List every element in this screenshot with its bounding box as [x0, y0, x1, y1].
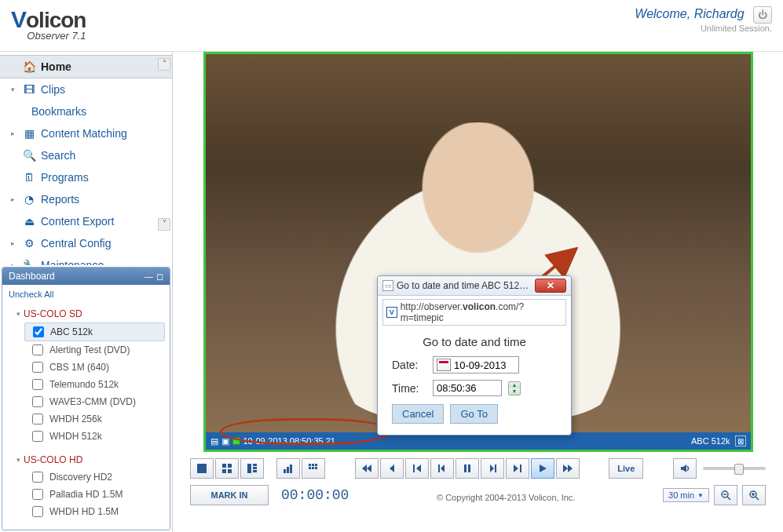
live-button[interactable]: Live [609, 458, 643, 479]
spinner-up[interactable]: ▲ [509, 382, 520, 388]
date-input[interactable] [454, 359, 515, 371]
panel-restore-icon[interactable]: ◻ [156, 271, 163, 282]
channel-checkbox[interactable] [32, 414, 43, 425]
svg-rect-1 [222, 464, 226, 468]
clips-icon: 🎞 [22, 83, 36, 96]
frame-forward-button[interactable] [481, 458, 504, 479]
svg-rect-15 [309, 467, 311, 469]
welcome-block: Welcome, Richardg ⏻ Unlimited Session. [635, 6, 772, 33]
uncheck-all-link[interactable]: Uncheck All [2, 286, 170, 302]
status-indicator-icon [232, 437, 240, 445]
svg-rect-9 [284, 469, 286, 473]
video-timestamp[interactable]: 10-09-2013 08:50:35.21 [243, 436, 335, 446]
nav-central-config[interactable]: ▸⚙Central Config [0, 232, 172, 254]
frame-back-button[interactable] [430, 458, 454, 479]
camera-icon[interactable]: ▣ [221, 436, 229, 446]
forward-fast-button[interactable] [556, 458, 580, 479]
svg-rect-5 [247, 464, 251, 473]
channel-checkbox[interactable] [32, 489, 43, 500]
layout-single-button[interactable] [190, 458, 214, 479]
nav-search[interactable]: 🔍Search [0, 144, 172, 166]
mark-in-button[interactable]: MARK IN [190, 485, 269, 505]
skip-back-button[interactable] [405, 458, 429, 479]
nav-bookmarks[interactable]: Bookmarks [0, 100, 172, 122]
goto-datetime-dialog: ▭ Go to date and time ABC 512k -... ✕ V … [377, 275, 572, 435]
time-input[interactable] [437, 382, 498, 394]
nav-programs[interactable]: 🗓Programs [0, 166, 172, 188]
nav-scroll-up[interactable]: ˄ [158, 58, 170, 71]
grid-button[interactable] [302, 458, 325, 479]
cc-icon[interactable]: ▤ [210, 436, 218, 446]
svg-line-25 [727, 497, 730, 500]
content-area: ▤ ▣ 10-09-2013 08:50:35.21 ABC 512k ⊠ [173, 52, 783, 532]
svg-rect-8 [253, 470, 257, 472]
volume-slider[interactable] [703, 467, 766, 470]
nav-home[interactable]: 🏠Home [0, 55, 172, 78]
expand-icon[interactable]: ▸ [11, 126, 17, 141]
rewind-fast-button[interactable] [355, 458, 379, 479]
expand-icon[interactable]: ▸ [11, 235, 17, 251]
goto-button[interactable]: Go To [450, 404, 497, 424]
channel-checkbox[interactable] [32, 472, 43, 483]
cancel-button[interactable]: Cancel [392, 404, 444, 424]
session-text: Unlimited Session. [635, 24, 772, 33]
spinner-down[interactable]: ▼ [509, 388, 520, 395]
expand-icon[interactable]: ▸ [11, 191, 17, 207]
nav-scroll-down[interactable]: ˅ [158, 218, 170, 231]
layout-list-button[interactable] [240, 458, 264, 479]
channel-abc-512k[interactable]: ABC 512k [24, 322, 165, 341]
group-us-colo-hd[interactable]: ▾US-COLO HD [2, 451, 170, 468]
nav-content-matching[interactable]: ▸▦Content Matching [0, 122, 172, 144]
svg-rect-12 [309, 464, 311, 466]
duration-selector[interactable]: 30 min ▼ [663, 488, 709, 502]
logout-button[interactable]: ⏻ [753, 6, 772, 24]
collapse-icon: ▾ [16, 310, 20, 318]
collapse-icon[interactable]: ▾ [11, 82, 17, 97]
channel-whdh-256k[interactable]: WHDH 256k [2, 410, 170, 428]
collapse-icon: ▾ [16, 456, 20, 464]
svg-rect-2 [228, 464, 232, 468]
volume-button[interactable] [673, 458, 697, 479]
pause-button[interactable] [456, 458, 479, 479]
zoom-out-button[interactable] [714, 485, 737, 505]
page-icon: ▭ [382, 280, 393, 291]
dialog-url-bar[interactable]: V http://observer.volicon.com/?m=timepic [382, 299, 566, 326]
svg-rect-7 [253, 467, 257, 469]
calendar-icon[interactable] [437, 359, 451, 371]
svg-line-28 [756, 497, 759, 500]
channel-checkbox[interactable] [33, 326, 44, 337]
channel-checkbox[interactable] [32, 344, 43, 355]
group-us-colo-sd[interactable]: ▾US-COLO SD [2, 305, 170, 322]
logo-block: Volicon Observer 7.1 [11, 6, 86, 42]
time-label: Time: [392, 382, 426, 395]
chart-button[interactable] [276, 458, 300, 479]
nav-clips[interactable]: ▾🎞Clips [0, 78, 172, 100]
nav: 🏠Home ▾🎞Clips Bookmarks ▸▦Content Matchi… [0, 52, 172, 265]
channel-checkbox[interactable] [32, 506, 43, 517]
channel-telemundo-512k[interactable]: Telemundo 512k [2, 376, 170, 393]
dialog-titlebar[interactable]: ▭ Go to date and time ABC 512k -... ✕ [378, 276, 571, 296]
channel-alerting-test[interactable]: Alerting Test (DVD) [2, 341, 170, 359]
layout-quad-button[interactable] [215, 458, 239, 479]
expand-icon[interactable]: ▸ [11, 257, 17, 265]
panel-minimize-icon[interactable]: — [145, 271, 153, 282]
play-button[interactable] [531, 458, 554, 479]
channel-palladia-hd[interactable]: Palladia HD 1.5M [2, 486, 170, 503]
nav-reports[interactable]: ▸◔Reports [0, 188, 172, 210]
channel-whdh-hd[interactable]: WHDH HD 1.5M [2, 503, 170, 520]
channel-checkbox[interactable] [32, 396, 43, 407]
dialog-close-button[interactable]: ✕ [535, 279, 566, 293]
channel-cbs-1m[interactable]: CBS 1M (640) [2, 359, 170, 376]
channel-discovery-hd2[interactable]: Discovery HD2 [2, 468, 170, 486]
video-close-button[interactable]: ⊠ [735, 435, 746, 446]
skip-forward-button[interactable] [506, 458, 529, 479]
nav-content-export[interactable]: ⏏Content Export [0, 210, 172, 232]
channel-checkbox[interactable] [32, 431, 43, 442]
channel-whdh-512k[interactable]: WHDH 512k [2, 428, 170, 445]
zoom-in-button[interactable] [742, 485, 766, 505]
channel-checkbox[interactable] [32, 379, 43, 390]
nav-maintenance[interactable]: ▸🔧Maintenance [0, 254, 172, 265]
channel-checkbox[interactable] [32, 362, 43, 373]
rewind-button[interactable] [380, 458, 404, 479]
channel-wave3-cmm[interactable]: WAVE3-CMM (DVD) [2, 393, 170, 410]
